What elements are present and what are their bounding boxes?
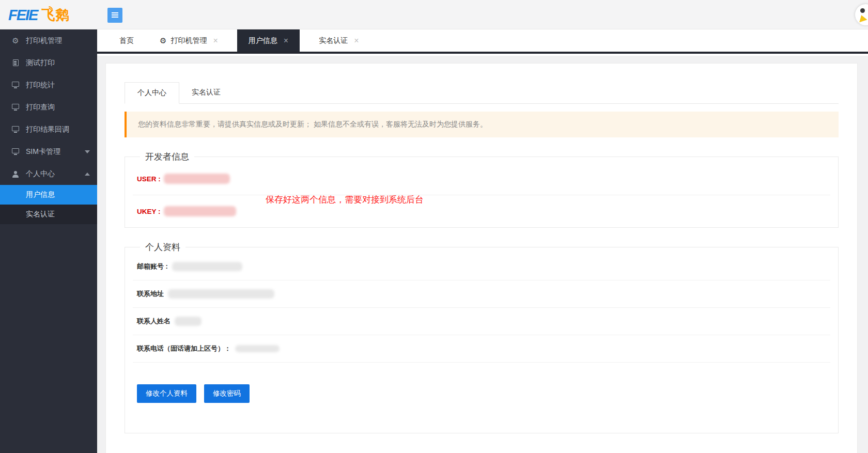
redacted-phone-value — [235, 345, 280, 352]
sidebar-item-label: SIM卡管理 — [26, 147, 60, 157]
sidebar-item-printer-management[interactable]: ⚙ 打印机管理 — [0, 29, 97, 52]
contact-name-row: 联系人姓名 — [133, 308, 830, 335]
logo-text: FEIE — [8, 7, 37, 24]
inner-tab-real-name-auth[interactable]: 实名认证 — [179, 82, 233, 103]
tab-label: 首页 — [119, 29, 134, 52]
tab-user-info[interactable]: 用户信息 × — [237, 29, 300, 52]
user-icon — [11, 171, 20, 177]
sidebar-item-print-callback[interactable]: 打印结果回调 — [0, 118, 97, 140]
redacted-name-value — [175, 317, 202, 326]
address-label: 联系地址 — [137, 289, 164, 299]
personal-profile-legend: 个人资料 — [140, 241, 185, 253]
ukey-row: UKEY : — [133, 195, 830, 227]
monitor-icon — [11, 83, 20, 87]
sidebar-item-personal-center[interactable]: 个人中心 — [0, 163, 97, 185]
sidebar-item-print-query[interactable]: 打印查询 — [0, 96, 97, 118]
sidebar-item-label: 打印查询 — [26, 103, 55, 112]
button-row: 修改个人资料 修改密码 — [133, 363, 830, 433]
sidebar-item-label: 打印机管理 — [26, 36, 62, 45]
info-alert: 您的资料信息非常重要，请提供真实信息或及时更新； 如果信息不全或有误，客服将无法… — [125, 112, 839, 137]
content-area: 个人中心 实名认证 您的资料信息非常重要，请提供真实信息或及时更新； 如果信息不… — [97, 56, 868, 453]
sidebar-subitem-user-info[interactable]: 用户信息 — [0, 185, 97, 205]
sidebar-item-label: 测试打印 — [26, 58, 55, 68]
monitor-icon — [11, 150, 20, 153]
sidebar-item-label: 打印统计 — [26, 81, 55, 90]
document-icon — [11, 59, 20, 66]
monitor-icon — [11, 128, 20, 131]
tab-label: 用户信息 — [249, 29, 277, 52]
edit-profile-button[interactable]: 修改个人资料 — [137, 384, 196, 403]
sidebar-item-label: 个人中心 — [26, 169, 55, 179]
inner-tabbar: 个人中心 实名认证 — [125, 82, 839, 104]
phone-row: 联系电话（固话请加上区号）： — [133, 335, 830, 363]
tabbar: 首页 ⚙ 打印机管理 × 用户信息 × 实名认证 × — [97, 29, 868, 54]
user-info-card: 个人中心 实名认证 您的资料信息非常重要，请提供真实信息或及时更新； 如果信息不… — [105, 63, 858, 453]
close-icon[interactable]: × — [213, 29, 218, 52]
user-label: USER : — [137, 175, 161, 183]
submenu-item-label: 实名认证 — [26, 210, 55, 219]
email-row: 邮箱账号 : — [133, 253, 830, 280]
red-note: 保存好这两个信息，需要对接到系统后台 — [266, 194, 424, 206]
sidebar: ⚙ 打印机管理 测试打印 打印统计 打印查询 打印结果回调 SIM卡管理 个人中… — [0, 29, 97, 453]
tab-label: 实名认证 — [319, 29, 348, 52]
inner-tab-personal-center[interactable]: 个人中心 — [125, 82, 179, 104]
contact-name-label: 联系人姓名 — [137, 317, 171, 326]
caret-down-icon — [85, 150, 90, 153]
redacted-user-value — [164, 174, 230, 184]
developer-info-section: 开发者信息 USER : UKEY : 保存好这两个信息，需要对接到系统后台 — [125, 151, 839, 228]
monitor-icon — [11, 105, 20, 109]
ukey-label: UKEY : — [137, 208, 161, 215]
sidebar-item-print-stats[interactable]: 打印统计 — [0, 74, 97, 96]
tab-home[interactable]: 首页 — [113, 29, 140, 52]
app-header: FEIE 飞鹅 — [0, 0, 868, 29]
wifi-signal-icon — [45, 6, 53, 13]
hamburger-icon — [112, 12, 118, 13]
submenu-item-label: 用户信息 — [26, 190, 55, 199]
redacted-ukey-value — [164, 206, 236, 216]
close-icon[interactable]: × — [354, 29, 359, 52]
redacted-email-value — [172, 262, 242, 271]
avatar[interactable] — [855, 4, 868, 25]
sidebar-item-sim-management[interactable]: SIM卡管理 — [0, 140, 97, 163]
gears-icon: ⚙ — [160, 37, 166, 44]
caret-up-icon — [85, 173, 90, 176]
personal-profile-section: 个人资料 邮箱账号 : 联系地址 联系人姓名 联系电话（固话请加上区号）： 修改… — [125, 241, 839, 433]
tab-printer-management[interactable]: ⚙ 打印机管理 × — [153, 29, 224, 52]
sidebar-item-test-print[interactable]: 测试打印 — [0, 52, 97, 74]
phone-label: 联系电话（固话请加上区号）： — [137, 344, 231, 353]
user-key-row: USER : — [133, 163, 830, 195]
developer-info-legend: 开发者信息 — [140, 151, 194, 163]
email-label: 邮箱账号 : — [137, 262, 168, 271]
redacted-address-value — [168, 289, 274, 299]
gears-icon: ⚙ — [11, 37, 20, 44]
address-row: 联系地址 — [133, 280, 830, 308]
sidebar-item-label: 打印结果回调 — [26, 125, 69, 134]
sidebar-toggle-button[interactable] — [107, 8, 122, 23]
change-password-button[interactable]: 修改密码 — [204, 384, 250, 403]
close-icon[interactable]: × — [284, 29, 288, 52]
app-logo[interactable]: FEIE 飞鹅 — [8, 5, 69, 25]
tab-real-name-auth[interactable]: 实名认证 × — [313, 29, 365, 52]
sidebar-subitem-real-name-auth[interactable]: 实名认证 — [0, 205, 97, 224]
tab-label: 打印机管理 — [171, 29, 207, 52]
